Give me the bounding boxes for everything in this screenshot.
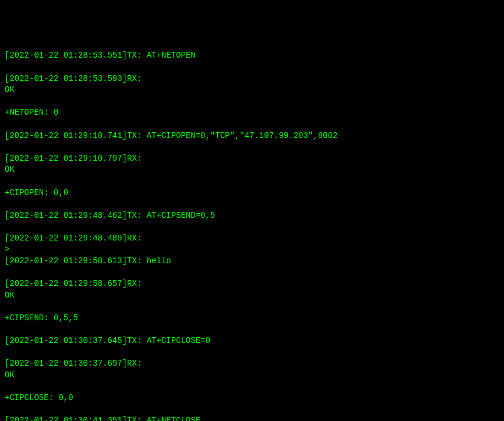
terminal-line: OK: [5, 290, 499, 302]
terminal-line: [2022-01-22 01:29:58.613]TX: hello: [5, 256, 499, 267]
terminal-line: [5, 381, 499, 393]
terminal-line: [5, 404, 499, 416]
terminal-line: OK: [5, 370, 499, 381]
terminal-line: [2022-01-22 01:30:37.697]RX:: [5, 358, 499, 370]
terminal-line: [2022-01-22 01:29:48.462]TX: AT+CIPSEND=…: [5, 210, 499, 222]
terminal-line: [2022-01-22 01:30:37.645]TX: AT+CIPCLOSE…: [5, 335, 499, 347]
terminal-line: +CIPOPEN: 0,0: [5, 187, 499, 199]
terminal-line: [5, 267, 499, 279]
terminal-line: [5, 141, 499, 153]
terminal-line: [2022-01-22 01:29:10.797]RX:: [5, 153, 499, 165]
terminal-line: [5, 96, 499, 108]
terminal-line: [5, 301, 499, 313]
terminal-line: OK: [5, 84, 499, 96]
terminal-line: [5, 221, 499, 233]
terminal-line: OK: [5, 164, 499, 176]
terminal-line: >: [5, 244, 499, 256]
terminal-line: [5, 324, 499, 336]
terminal-line: [5, 176, 499, 187]
terminal-output: [2022-01-22 01:28:53.551]TX: AT+NETOPEN …: [5, 50, 499, 421]
terminal-line: +CIPSEND: 0,5,5: [5, 313, 499, 324]
terminal-line: +CIPCLOSE: 0,0: [5, 392, 499, 404]
terminal-line: [2022-01-22 01:29:58.657]RX:: [5, 278, 499, 290]
terminal-line: [2022-01-22 01:28:53.551]TX: AT+NETOPEN: [5, 50, 499, 62]
terminal-line: [2022-01-22 01:28:53.593]RX:: [5, 73, 499, 85]
terminal-line: [2022-01-22 01:29:10.741]TX: AT+CIPOPEN=…: [5, 130, 499, 142]
terminal-line: +NETOPEN: 0: [5, 107, 499, 119]
terminal-line: [2022-01-22 01:30:41.351]TX: AT+NETCLOSE: [5, 415, 499, 421]
terminal-line: [2022-01-22 01:29:48.489]RX:: [5, 233, 499, 245]
terminal-line: [5, 347, 499, 359]
terminal-line: [5, 62, 499, 73]
terminal-line: [5, 119, 499, 130]
terminal-line: [5, 199, 499, 210]
